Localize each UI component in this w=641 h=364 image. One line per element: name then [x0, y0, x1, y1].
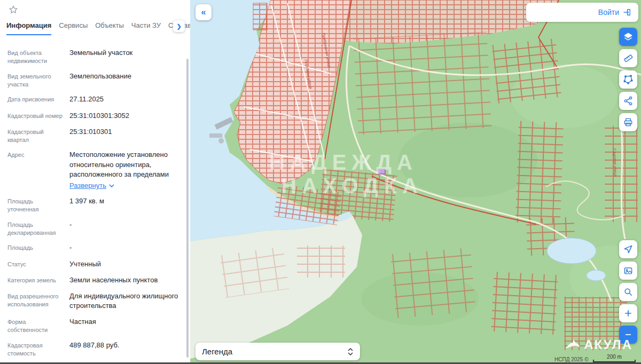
brand-logo: АКУЛА — [565, 337, 632, 352]
image-card-icon — [623, 265, 634, 276]
login-button[interactable]: Войти — [526, 3, 638, 22]
share-icon — [623, 96, 634, 106]
watermark-line1: НАДЕЖДА — [269, 151, 418, 174]
field-label: Форма собственности — [7, 317, 63, 334]
field-value: Земли населенных пунктов — [69, 275, 181, 285]
field-value: 25:31:010301 — [69, 127, 181, 137]
field-value: Частная — [69, 317, 181, 327]
layers-icon — [623, 31, 634, 42]
map-toolbar-top — [619, 28, 637, 131]
panel-scrollbar[interactable] — [186, 59, 189, 358]
share-button[interactable] — [619, 92, 637, 110]
map-attribution: НСПД 2025 © — [554, 357, 589, 362]
collapse-panel-button[interactable]: « — [196, 4, 212, 20]
field-label: Вид разрешенного использования — [7, 291, 63, 311]
field-value-wrap: 25:31:010301:3052 — [69, 111, 181, 121]
field-value: Для индивидуального жилищного строительс… — [69, 291, 181, 311]
map-canvas[interactable]: Прибрежная улица Портовая улица Садовая … — [190, 0, 641, 364]
map-image: Прибрежная улица Портовая улица Садовая … — [190, 0, 641, 364]
field-row: Категория земель Земли населенных пункто… — [7, 275, 181, 285]
field-label: Площадь — [7, 243, 63, 252]
street-label: Садовая улица — [612, 148, 618, 177]
field-row: Вид земельного участка Землепользование — [7, 72, 181, 89]
brand-label: АКУЛА — [584, 337, 632, 352]
ruler-icon — [623, 53, 634, 64]
field-value-wrap: 489 887,88 руб. — [69, 341, 181, 358]
field-value-wrap: Для индивидуального жилищного строительс… — [69, 291, 181, 311]
field-label: Вид земельного участка — [7, 72, 63, 89]
locate-button[interactable] — [619, 240, 637, 258]
tab-Объекты[interactable]: Объекты — [95, 19, 124, 34]
expand-link[interactable]: Развернуть — [69, 181, 115, 189]
chevron-down-icon — [108, 183, 115, 189]
field-value-wrap: Землепользование — [69, 72, 181, 89]
field-value-wrap: 27.11.2025 — [69, 94, 181, 104]
scale-bar: 200 m — [593, 354, 636, 362]
field-label: Площадь уточненная — [7, 196, 63, 213]
tab-Информация[interactable]: Информация — [6, 19, 51, 35]
field-row: Вид объекта недвижимости Земельный участ… — [7, 48, 181, 65]
field-label: Площадь декларированная — [7, 220, 63, 237]
field-row: Площадь декларированная - — [7, 220, 181, 237]
scale-label: 200 m — [593, 354, 636, 360]
field-row: Кадастровый квартал 25:31:010301 — [7, 127, 181, 144]
legend-label: Легенда — [202, 347, 232, 356]
polygon-select-icon — [623, 74, 634, 85]
login-icon — [622, 7, 632, 17]
field-value-wrap: 1 397 кв. м — [69, 196, 181, 213]
ruler-button[interactable] — [619, 49, 637, 67]
field-row: Вид разрешенного использования Для индив… — [7, 291, 181, 311]
field-row: Кадастровый номер 25:31:010301:3052 — [7, 111, 181, 121]
magnifier-icon — [623, 287, 634, 297]
field-value: - — [69, 243, 181, 252]
tab-Сервисы[interactable]: Сервисы — [59, 19, 88, 34]
field-row: Площадь уточненная 1 397 кв. м — [7, 196, 181, 213]
field-label: Кадастровый номер — [7, 111, 63, 121]
star-icon[interactable] — [9, 5, 18, 14]
info-panel: ИнформацияСервисыОбъектыЧасти ЗУСоставП … — [0, 0, 190, 364]
zoom-in-button[interactable] — [619, 304, 637, 322]
field-row: Форма собственности Частная — [7, 317, 181, 334]
field-row: Кадастровая стоимость 489 887,88 руб. — [7, 341, 181, 358]
field-value-wrap: - — [69, 220, 181, 237]
map-toolbar-bottom — [619, 240, 637, 344]
field-value-wrap: Земли населенных пунктов — [69, 275, 181, 285]
tabs-scroll-right-button[interactable]: ❯ — [173, 20, 185, 32]
field-row: Адрес Местоположение установлено относит… — [7, 150, 181, 190]
field-value: 25:31:010301:3052 — [69, 111, 181, 121]
field-value-wrap: Частная — [69, 317, 181, 334]
field-value-wrap: Земельный участок — [69, 48, 181, 65]
watermark-line2: НАХОДКА — [281, 174, 423, 197]
field-row: Статус Учтенный — [7, 259, 181, 269]
field-value-wrap: Местоположение установлено относительно … — [69, 150, 181, 190]
field-value: Местоположение установлено относительно … — [69, 150, 181, 179]
field-value: - — [69, 220, 181, 230]
layers-button[interactable] — [619, 28, 637, 46]
field-value-wrap: - — [69, 243, 181, 252]
plus-icon — [623, 308, 634, 319]
field-value: Землепользование — [69, 72, 181, 81]
field-value-wrap: Учтенный — [69, 259, 181, 269]
shark-icon — [565, 339, 581, 351]
panel-header — [0, 0, 190, 19]
print-button[interactable] — [619, 113, 637, 131]
field-value-wrap: 25:31:010301 — [69, 127, 181, 144]
select-area-button[interactable] — [619, 70, 637, 89]
expand-link-label: Развернуть — [69, 181, 106, 189]
basemap-button[interactable] — [619, 262, 637, 280]
field-label: Кадастровый квартал — [7, 127, 63, 144]
map-search-button[interactable] — [619, 283, 637, 301]
legend-toggle[interactable]: Легенда — [196, 343, 360, 360]
field-value: 27.11.2025 — [69, 94, 181, 104]
navigation-arrow-icon — [623, 244, 634, 255]
field-list: Вид объекта недвижимости Земельный участ… — [0, 37, 190, 358]
field-value: Учтенный — [69, 259, 181, 269]
field-label: Дата присвоения — [7, 94, 63, 104]
tab-Части ЗУ[interactable]: Части ЗУ — [131, 19, 161, 34]
field-value: 1 397 кв. м — [69, 196, 181, 206]
field-label: Статус — [7, 259, 63, 269]
field-value: Земельный участок — [69, 48, 181, 58]
field-label: Категория земель — [7, 275, 63, 285]
login-label: Войти — [598, 8, 619, 17]
tabs: ИнформацияСервисыОбъектыЧасти ЗУСоставП — [0, 19, 190, 37]
